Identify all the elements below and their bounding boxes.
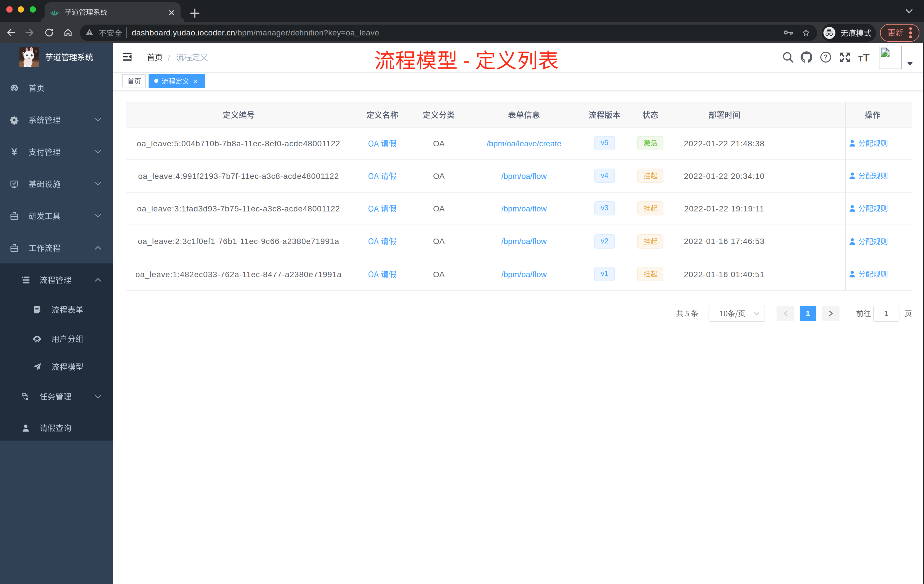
svg-text:?: ? — [824, 53, 828, 61]
svg-text:T: T — [858, 54, 863, 63]
svg-text:T: T — [863, 52, 870, 63]
